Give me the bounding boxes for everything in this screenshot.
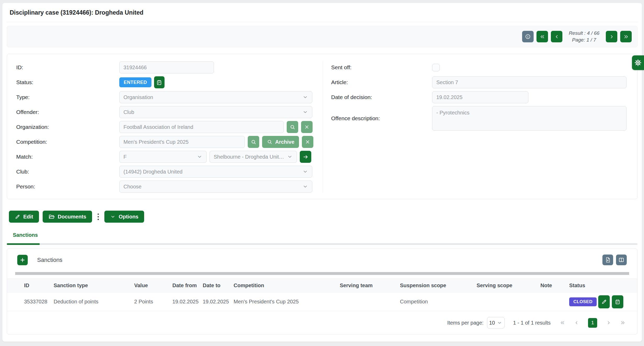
- add-sanction-button[interactable]: [17, 255, 28, 265]
- competition-archive-search-button[interactable]: Archive: [262, 136, 299, 148]
- match-fixture-select[interactable]: Shelbourne - Drogheda United: [210, 151, 297, 163]
- first-page-button[interactable]: [560, 320, 565, 325]
- last-record-button[interactable]: [620, 31, 632, 42]
- competition-search-button[interactable]: [248, 136, 259, 148]
- options-button[interactable]: Options: [104, 211, 144, 223]
- case-actions: Edit Documents Options: [7, 211, 637, 223]
- offender-select[interactable]: Club: [119, 106, 312, 118]
- page-header: Disciplinary case (31924466): Drogheda U…: [7, 3, 637, 22]
- items-per-page-label: Items per page:: [447, 320, 484, 326]
- col-header-suspension-scope: Suspension scope: [400, 279, 477, 292]
- form-row-type: Type: Organisation: [16, 91, 323, 103]
- status-label: Status:: [16, 79, 119, 85]
- chevron-left-icon: [574, 320, 579, 325]
- items-per-page-value: 10: [489, 320, 495, 326]
- first-record-button[interactable]: [536, 31, 548, 42]
- organization-input[interactable]: [119, 121, 284, 133]
- article-label: Article:: [331, 79, 432, 85]
- chevrons-right-icon: [623, 34, 629, 39]
- competition-input[interactable]: [119, 136, 245, 148]
- items-per-page-select[interactable]: 10: [487, 317, 505, 328]
- documents-button[interactable]: Documents: [43, 211, 92, 223]
- organization-search-button[interactable]: [287, 121, 298, 133]
- settings-tab[interactable]: [632, 55, 644, 70]
- col-header-competition: Competition: [234, 279, 340, 292]
- organization-clear-button[interactable]: [301, 121, 313, 133]
- pager: 1: [560, 318, 625, 328]
- export-excel-button[interactable]: [602, 255, 613, 265]
- next-record-button[interactable]: [606, 31, 617, 42]
- x-icon: [304, 124, 310, 130]
- col-header-serving-scope: Serving scope: [477, 279, 540, 292]
- type-select[interactable]: Organisation: [119, 91, 312, 103]
- cell-date-to: 19.02.2025: [203, 292, 234, 311]
- match-leg-value: F: [123, 154, 127, 160]
- edit-button[interactable]: Edit: [9, 211, 39, 223]
- person-label: Person:: [16, 183, 119, 190]
- date-of-decision-input[interactable]: [432, 91, 528, 103]
- chevron-down-icon: [302, 169, 308, 175]
- current-page-button[interactable]: 1: [588, 318, 597, 328]
- table-columns-icon: [618, 257, 624, 263]
- arrow-right-icon: [303, 154, 309, 160]
- chevron-right-icon: [606, 320, 611, 325]
- organization-label: Organization:: [16, 124, 119, 130]
- search-icon: [251, 139, 257, 145]
- last-page-button[interactable]: [620, 320, 625, 325]
- documents-button-label: Documents: [58, 214, 86, 220]
- tab-bar: Sanctions: [7, 232, 637, 245]
- tab-sanctions[interactable]: Sanctions: [7, 232, 38, 238]
- cell-status: CLOSED: [569, 292, 637, 311]
- form-row-person: Person: Choose: [16, 181, 323, 193]
- table-horizontal-scrollbar[interactable]: [15, 272, 629, 275]
- chevron-right-icon: [609, 34, 614, 39]
- club-select[interactable]: (14942) Drogheda United: [119, 166, 312, 178]
- table-row: 35337028 Deduction of points 2 Points 19…: [7, 292, 637, 311]
- id-input[interactable]: [119, 61, 214, 73]
- info-icon: [525, 34, 531, 39]
- previous-page-button[interactable]: [574, 320, 579, 325]
- sent-off-checkbox[interactable]: [432, 64, 440, 71]
- match-leg-select[interactable]: F: [119, 151, 207, 163]
- offence-description-label: Offence description:: [331, 115, 432, 122]
- cell-competition: Men's President's Cup 2025: [234, 292, 340, 311]
- more-actions-menu[interactable]: [98, 214, 99, 220]
- chevrons-left-icon: [540, 34, 545, 39]
- column-settings-button[interactable]: [616, 255, 627, 265]
- offender-label: Offender:: [16, 109, 119, 115]
- form-row-offender: Offender: Club: [16, 106, 323, 118]
- article-input[interactable]: [432, 76, 626, 88]
- cell-value: 2 Points: [134, 292, 172, 311]
- cell-note: [540, 292, 569, 311]
- sanctions-panel-title: Sanctions: [37, 257, 63, 263]
- results-summary: 1 - 1 of 1 results: [513, 320, 551, 326]
- result-count: Result : 4 / 66: [567, 30, 601, 37]
- person-select[interactable]: Choose: [119, 181, 312, 193]
- edit-button-label: Edit: [23, 214, 33, 220]
- competition-clear-button[interactable]: [302, 136, 313, 148]
- page-count: Page: 1 / 7: [567, 37, 601, 43]
- info-button[interactable]: [522, 31, 534, 42]
- match-label: Match:: [16, 154, 119, 160]
- offence-description-textarea[interactable]: - Pyrotechnics: [432, 106, 626, 131]
- form-row-article: Article:: [331, 76, 626, 88]
- type-label: Type:: [16, 94, 119, 100]
- form-row-id: ID:: [16, 61, 323, 73]
- file-excel-icon: [605, 257, 611, 263]
- previous-record-button[interactable]: [551, 31, 562, 42]
- edit-sanction-button[interactable]: [598, 295, 610, 308]
- form-row-date-of-decision: Date of decision:: [331, 91, 626, 103]
- status-history-button[interactable]: [154, 76, 165, 88]
- match-fixture-value: Shelbourne - Drogheda United: [214, 154, 284, 160]
- case-card: Disciplinary case (31924466): Drogheda U…: [2, 3, 642, 342]
- next-page-button[interactable]: [606, 320, 611, 325]
- col-header-status: Status: [569, 279, 637, 292]
- match-open-button[interactable]: [300, 151, 311, 163]
- search-icon: [267, 139, 273, 145]
- case-form: ID: Status: ENTERED Type: Organisation O…: [7, 54, 637, 199]
- sanction-history-button[interactable]: [612, 295, 623, 308]
- col-header-serving-team: Serving team: [340, 279, 400, 292]
- pencil-icon: [15, 214, 20, 220]
- cell-id: 35337028: [7, 292, 54, 311]
- cell-suspension-scope: Competition: [400, 292, 477, 311]
